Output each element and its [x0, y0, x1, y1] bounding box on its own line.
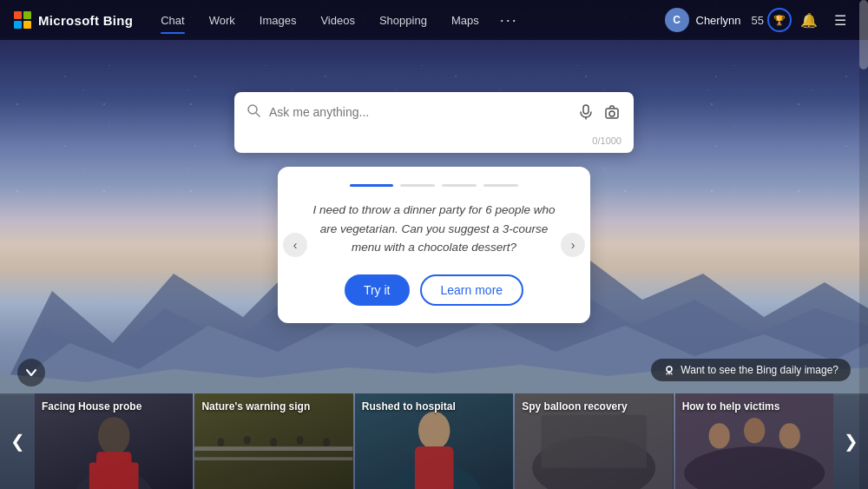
prev-suggestion-button[interactable]: ‹: [283, 233, 307, 257]
search-actions: [576, 102, 621, 122]
svg-point-12: [98, 417, 129, 455]
scroll-down-button[interactable]: [17, 359, 45, 387]
svg-point-18: [218, 438, 225, 446]
points-badge: 🏆: [767, 8, 792, 32]
news-card-2[interactable]: Nature's warning sign: [194, 393, 352, 489]
news-card-title-2: Nature's warning sign: [201, 400, 345, 414]
scrollbar[interactable]: [859, 0, 868, 489]
progress-dot-4: [483, 184, 518, 187]
char-count: 0/1000: [234, 132, 634, 153]
svg-point-20: [271, 438, 278, 446]
microphone-button[interactable]: [576, 102, 595, 122]
nav-maps[interactable]: Maps: [441, 9, 490, 32]
navbar: Microsoft Bing Chat Work Images Videos S…: [0, 0, 868, 40]
news-card-title-5: How to help victims: [682, 400, 826, 414]
user-profile[interactable]: C Cherlynn: [658, 4, 748, 36]
news-card-title-3: Rushed to hospital: [362, 400, 506, 414]
news-card-title-4: Spy balloon recovery: [522, 400, 666, 414]
news-card-1[interactable]: Facing House probe: [35, 393, 193, 489]
try-it-button[interactable]: Try it: [345, 274, 410, 306]
news-card-4[interactable]: Spy balloon recovery: [515, 393, 673, 489]
news-cards: Facing House probe Nature's warning sig: [35, 393, 833, 489]
search-container: 0/1000: [234, 92, 634, 153]
camera-button[interactable]: [602, 102, 621, 122]
points-display[interactable]: 55 🏆: [752, 8, 792, 32]
user-avatar: C: [665, 8, 689, 32]
svg-rect-15: [124, 462, 138, 489]
news-card-5[interactable]: How to help victims: [675, 393, 833, 489]
learn-more-button[interactable]: Learn more: [420, 274, 524, 306]
daily-image-prompt[interactable]: Want to see the Bing daily image?: [651, 359, 851, 381]
svg-rect-17: [194, 457, 352, 460]
logo-text: Microsoft Bing: [38, 13, 133, 28]
nav-work[interactable]: Work: [199, 9, 246, 32]
suggestion-text: I need to throw a dinner party for 6 peo…: [306, 201, 562, 257]
user-name: Cherlynn: [696, 14, 741, 27]
svg-point-31: [708, 423, 729, 448]
svg-line-5: [256, 113, 260, 116]
menu-button[interactable]: ☰: [826, 6, 854, 34]
logo-red: [14, 11, 22, 19]
nav-more[interactable]: ···: [493, 8, 525, 33]
progress-indicator: [306, 184, 562, 187]
svg-point-32: [744, 418, 765, 443]
progress-dot-3: [442, 184, 477, 187]
news-card-title-1: Facing House probe: [42, 400, 186, 414]
suggestion-card: ‹ I need to throw a dinner party for 6 p…: [278, 167, 590, 323]
svg-rect-25: [415, 446, 454, 489]
svg-point-22: [323, 438, 330, 446]
search-input[interactable]: [269, 105, 568, 119]
nav-videos[interactable]: Videos: [310, 9, 365, 32]
logo-icon: [14, 11, 31, 29]
svg-point-9: [609, 111, 615, 116]
nav-images[interactable]: Images: [249, 9, 307, 32]
bottom-area: Want to see the Bing daily image? ❮ Faci…: [0, 376, 868, 489]
svg-point-10: [667, 367, 672, 372]
svg-rect-6: [583, 105, 589, 114]
svg-point-24: [418, 412, 450, 450]
nav-shopping[interactable]: Shopping: [369, 9, 437, 32]
svg-point-21: [297, 436, 304, 445]
svg-rect-14: [89, 462, 103, 489]
news-prev-button[interactable]: ❮: [0, 393, 35, 489]
nav-chat[interactable]: Chat: [150, 9, 194, 32]
scrollbar-thumb[interactable]: [859, 0, 868, 69]
progress-dot-1: [350, 184, 393, 187]
svg-point-19: [244, 436, 251, 445]
search-icon: [247, 103, 260, 121]
next-suggestion-button[interactable]: ›: [561, 233, 585, 257]
logo[interactable]: Microsoft Bing: [14, 11, 133, 29]
svg-rect-28: [542, 414, 648, 467]
suggestion-actions: Try it Learn more: [306, 274, 562, 306]
search-bar: [234, 92, 634, 132]
notifications-button[interactable]: 🔔: [795, 6, 823, 34]
logo-blue: [14, 21, 22, 29]
svg-point-33: [779, 423, 799, 448]
news-strip: ❮ Facing House probe: [0, 393, 868, 489]
logo-yellow: [23, 21, 31, 29]
progress-dot-2: [400, 184, 435, 187]
daily-image-label: Want to see the Bing daily image?: [681, 364, 838, 376]
points-value: 55: [752, 14, 764, 27]
svg-rect-16: [194, 446, 352, 451]
news-card-3[interactable]: Rushed to hospital: [355, 393, 513, 489]
logo-green: [23, 11, 31, 19]
